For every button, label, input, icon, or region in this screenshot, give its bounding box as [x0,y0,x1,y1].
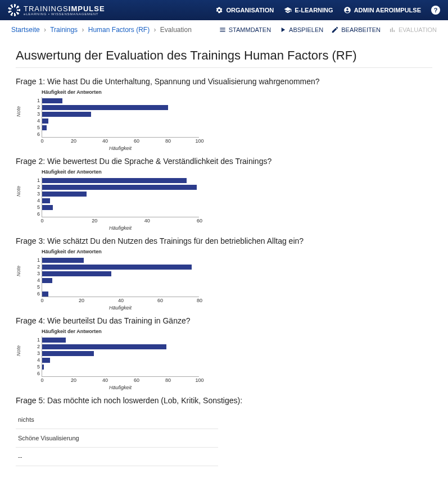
chart-bar [42,258,84,263]
chart-xtick: 20 [71,137,76,144]
page-title: Auswertung der Evaluation des Trainings … [16,48,432,63]
breadcrumb-human-factors[interactable]: Human Factors (RF) [88,26,150,34]
play-icon [279,26,287,34]
chart-xtick: 60 [134,137,139,144]
question-4: Frage 4: Wie beurteilst Du das Training … [16,316,432,325]
chart-ytick: 1 [37,338,42,343]
chart-xtick: 60 [134,376,139,383]
chart-ytick: 4 [37,198,42,203]
chart-ytick: 4 [37,358,42,363]
nav-elearning[interactable]: E-LEARNING [284,6,333,14]
chart-ylabel: Note [16,186,21,197]
chart-ytick: 1 [37,98,42,103]
chart-bar [42,265,192,270]
chart-bar [42,185,197,190]
tab-bearbeiten[interactable]: BEARBEITEN [331,26,381,34]
breadcrumb-separator: › [153,26,156,34]
breadcrumb-current: Evaluation [160,26,192,34]
chart-ytick: 3 [37,271,42,276]
chart-plot: 123456020406080100 [42,336,199,377]
logo-main-1: TRAININGS [24,4,69,13]
chart-xtick: 80 [165,137,171,144]
tab-evaluation-label: EVALUATION [399,26,437,33]
breadcrumb: Startseite › Trainings › Human Factors (… [11,26,192,34]
chart-bar [42,112,91,117]
chart-bar [42,344,166,349]
chart-4: NoteHäufigkeit der Antworten123456020406… [16,329,432,390]
breadcrumb-trainings[interactable]: Trainings [50,26,78,34]
logo-text: TRAININGSIMPULSE eLEARNING • WISSENSMANA… [24,5,105,16]
chart-bar [42,351,94,356]
chart-title: Häufigkeit der Antworten [42,249,199,254]
list-icon [219,26,227,34]
chart-xlabel: Häufigkeit [42,145,199,151]
chart-bar [42,119,48,124]
chart-plot: 1234560204060 [42,177,199,217]
chart-xtick: 60 [157,297,163,303]
response-item: nichts [16,411,218,429]
chart-ylabel: Note [16,266,21,276]
chart-3: NoteHäufigkeit der Antworten123456020406… [16,249,432,311]
logo-main-2: IMPULSE [69,4,105,13]
chart-xtick: 60 [197,217,202,224]
chart-2: NoteHäufigkeit der Antworten123456020406… [16,169,432,231]
breadcrumb-start[interactable]: Startseite [11,26,40,34]
tab-evaluation: EVALUATION [388,26,437,34]
gear-icon [215,6,223,14]
chart-ytick: 3 [37,192,42,197]
chart-xtick: 0 [40,217,43,224]
chart-xlabel: Häufigkeit [42,305,199,311]
logo-swirl-icon [8,4,20,16]
chart-bar [42,271,111,276]
chart-title: Häufigkeit der Antworten [42,169,199,175]
chart-bar [42,198,50,203]
chart-ytick: 4 [37,278,42,283]
logo[interactable]: TRAININGSIMPULSE eLEARNING • WISSENSMANA… [8,4,105,16]
question-3: Frage 3: Wie schätzt Du den Nutzen des T… [16,236,432,245]
nav-organisation[interactable]: ORGANISATION [215,6,274,14]
chart-1: NoteHäufigkeit der Antworten123456020406… [16,89,432,151]
chart-bar [42,338,66,343]
tab-stammdaten-label: STAMMDATEN [229,26,271,33]
chart-xtick: 80 [197,297,202,303]
chart-bar [42,205,53,210]
chart-xtick: 20 [71,376,76,383]
chart-ytick: 4 [37,119,42,124]
nav-organisation-label: ORGANISATION [226,7,274,13]
chart-xtick: 20 [92,217,97,224]
nav-admin-label: ADMIN AEROIMPULSE [354,7,421,13]
chart-xtick: 100 [195,376,203,383]
tab-stammdaten[interactable]: STAMMDATEN [219,26,271,34]
chart-ytick: 5 [37,285,42,290]
title-divider [16,67,432,68]
chart-ytick: 5 [37,205,42,210]
top-nav-bar: TRAININGSIMPULSE eLEARNING • WISSENSMANA… [0,0,448,20]
response-item: Schöne Visualisierung [16,429,218,448]
chart-xtick: 40 [118,297,124,303]
chart-xtick: 80 [165,376,171,383]
user-circle-icon [343,6,351,14]
chart-bar [42,192,87,197]
chart-title: Häufigkeit der Antworten [42,329,199,334]
help-button[interactable]: ? [431,6,440,15]
chart-ytick: 6 [37,291,42,297]
chart-ytick: 6 [37,371,42,376]
chart-xtick: 0 [40,297,43,303]
chart-xtick: 40 [102,376,108,383]
chart-ytick: 3 [37,112,42,117]
nav-admin[interactable]: ADMIN AEROIMPULSE [343,6,421,14]
chart-bar [42,358,50,363]
chart-xtick: 20 [79,297,84,303]
question-5: Frage 5: Das möchte ich noch loswerden (… [16,396,432,405]
chart-plot: 123456020406080 [42,257,199,297]
chart-xlabel: Häufigkeit [42,225,199,231]
chart-bar [42,178,187,183]
question-2: Frage 2: Wie bewertest Du die Sprache & … [16,157,432,166]
text-responses: nichts Schöne Visualisierung -- [16,411,432,466]
chart-ytick: 2 [37,344,42,349]
top-nav: ORGANISATION E-LEARNING ADMIN AEROIMPULS… [215,6,440,15]
tab-abspielen[interactable]: ABSPIELEN [279,26,323,34]
logo-subtitle: eLEARNING • WISSENSMANAGEMENT [24,12,105,16]
graduation-cap-icon [284,6,292,14]
chart-icon [388,26,396,34]
